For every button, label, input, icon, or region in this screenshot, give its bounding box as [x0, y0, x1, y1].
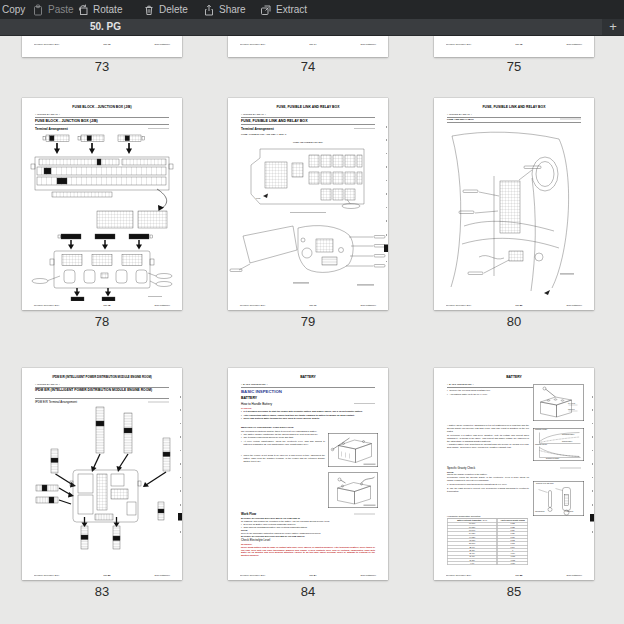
caution-list: If it becomes necessary to start the eng… — [241, 410, 375, 421]
page-footer: Revision: November 2014PG-842016 Pathfin… — [240, 574, 376, 577]
section-title: FUSE AND RELAY BOX — [447, 118, 474, 121]
page-header: FUSE, FUSIBLE LINK AND RELAY BOX — [439, 105, 589, 109]
sulfation-paragraphs: A battery will be completely discharged … — [447, 424, 529, 449]
battery-illustration — [328, 433, 378, 467]
page-header: BATTERY — [233, 375, 383, 379]
duration-label: Duration of charge — [546, 458, 559, 460]
service-bullets: Remove the cell plug using a suitable to… — [447, 389, 527, 396]
document-tab[interactable]: 50. PG — [28, 19, 183, 35]
methods-list: The battery surface (particularly its to… — [241, 433, 325, 447]
page-thumbnail-74[interactable]: Revision: November 2014PG-742016 Pathfin… — [228, 36, 388, 57]
page-thumbnail-79[interactable]: FUSE, FUSIBLE LINK AND RELAY BOX < WIRIN… — [228, 98, 388, 310]
chapter-title: BASIC INSPECTION — [241, 389, 282, 394]
page-number-label: 83 — [22, 583, 182, 601]
share-button[interactable]: Share — [203, 0, 246, 19]
diagram-caption: FUSE, FUSIBLE LINK AND RELAY BOX 1 — [241, 133, 286, 136]
diagnosis-tools: EXP-800 NI Battery and electrical diagno… — [241, 523, 375, 530]
subsection-title: Terminal Arrangement — [35, 127, 68, 131]
gravity-steps: 1. Read hydrometer and thermometer indic… — [447, 483, 529, 492]
page-footer: Revision: November 2014PG-752016 Pathfin… — [446, 43, 582, 46]
subsection-title: Terminal Arrangement — [241, 127, 274, 131]
rotate-button[interactable]: Rotate — [77, 0, 122, 19]
storage-item: When the vehicle is not going to be used… — [241, 454, 325, 463]
min-level-label: MIN level — [568, 409, 575, 411]
paste-button[interactable]: Paste — [32, 0, 74, 19]
page-number-label: 74 — [228, 58, 388, 76]
breadcrumb: < BASIC INSPECTION > — [241, 383, 268, 386]
section-title: BATTERY — [241, 396, 257, 400]
page-thumbnail-78[interactable]: FUSE BLOCK - JUNCTION BOX (J/B) < WIRING… — [22, 98, 182, 310]
trash-icon — [143, 4, 155, 16]
section-index-rail — [180, 396, 181, 544]
page-thumbnail-80[interactable]: FUSE, FUSIBLE LINK AND RELAY BOX < WIRIN… — [434, 98, 594, 310]
electrolyte-heading: Check Electrolyte Level — [241, 538, 270, 541]
rotate-icon — [77, 4, 89, 16]
gravity-heading: Specific Gravity Check — [447, 466, 475, 469]
page-number-label: 78 — [22, 313, 182, 331]
section-title: FUSE BLOCK - JUNCTION BOX (J/B) — [35, 118, 169, 123]
workflow-heading: Work Flow — [241, 512, 256, 515]
charging-voltage-label: Charging voltage — [535, 429, 547, 431]
add-tab-button[interactable]: + — [602, 19, 624, 35]
thermometer-label: Thermometer — [535, 511, 545, 513]
breadcrumb: < WIRING DIAGRAM > — [241, 113, 266, 116]
engine-bay-location-diagram — [228, 220, 388, 292]
subsection-title: How to Handle Battery — [241, 402, 272, 406]
battery-disconnect-illustration — [328, 473, 378, 509]
section-title: IPDM E/R (INTELLIGENT POWER DISTRIBUTION… — [35, 388, 169, 392]
page-footer: Revision: November 2014PG-832016 Pathfin… — [34, 574, 170, 577]
page-number-label: 73 — [22, 58, 182, 76]
breadcrumb: < WIRING DIAGRAM > — [35, 113, 60, 116]
page-footer: Revision: November 2014PG-732016 Pathfin… — [34, 43, 170, 46]
gravity-intro: Periodically check the specific gravity … — [447, 476, 529, 482]
page-thumbnail-75[interactable]: Revision: November 2014PG-752016 Pathfin… — [434, 36, 594, 57]
page-thumbnail-83[interactable]: IPDM E/R (INTELLIGENT POWER DISTRIBUTION… — [22, 368, 182, 580]
copy-button[interactable]: Copy — [0, 0, 25, 19]
page-number-label: 85 — [434, 583, 594, 601]
warning-text: Never allow battery fluid to come in con… — [241, 546, 375, 557]
extract-button[interactable]: Extract — [260, 0, 307, 19]
toolbar: Copy Paste Rotate Delete Share Extract — [0, 0, 624, 19]
table-title: Hydrometer Temperature Correction — [447, 515, 480, 518]
breadcrumb: < WIRING DIAGRAM > — [447, 113, 472, 116]
normal-battery-label: Normal battery — [562, 441, 572, 443]
table-body: 71 (160)0.03266 (150)0.02860 (140)0.0245… — [447, 522, 528, 565]
page-number-label: 80 — [434, 313, 594, 331]
section-index-rail — [592, 396, 593, 544]
section-title: FUSE, FUSIBLE LINK AND RELAY BOX — [241, 118, 375, 123]
breadcrumb: < WIRING DIAGRAM > — [35, 383, 60, 386]
delete-button[interactable]: Delete — [143, 0, 188, 19]
page-footer: Revision: November 2014PG-782016 Pathfin… — [34, 304, 170, 307]
page-thumbnail-84[interactable]: BATTERY < BASIC INSPECTION > BASIC INSPE… — [228, 368, 388, 580]
note-text: Refer to the applicable instruction manu… — [241, 532, 375, 535]
section-tab-marker — [384, 245, 388, 253]
section-tab-marker — [590, 514, 594, 522]
breadcrumb: < BASIC INSPECTION > — [447, 383, 474, 386]
sulphated-battery-label: Sulphated battery — [562, 434, 575, 436]
page-footer: Revision: November 2014PG-742016 Pathfin… — [240, 43, 376, 46]
page-header: IPDM E/R (INTELLIGENT POWER DISTRIBUTION… — [27, 375, 177, 378]
page-footer: Revision: November 2014PG-802016 Pathfin… — [446, 304, 582, 307]
battery-refill-illustration — [533, 385, 584, 422]
hydrometer-label: Hydrometer — [565, 511, 573, 513]
page-number-label: 79 — [228, 313, 388, 331]
extract-icon — [260, 4, 272, 16]
fuse-block-terminal-diagram — [22, 131, 182, 301]
page-header: FUSE, FUSIBLE LINK AND RELAY BOX — [233, 105, 383, 109]
page-number-label: 75 — [434, 58, 594, 76]
share-icon — [203, 4, 215, 16]
front-label: Front — [256, 198, 260, 200]
paste-icon — [32, 4, 44, 16]
page-header: FUSE BLOCK - JUNCTION BOX (J/B) — [27, 105, 177, 109]
hydro-top-label: Read top level with scale — [536, 483, 564, 485]
tab-bar: 50. PG + — [0, 19, 624, 36]
charging-current-label: Charging current — [535, 444, 547, 446]
ipdm-terminal-diagram — [22, 406, 182, 562]
section-tab-marker — [178, 513, 182, 521]
fusible-link-box-diagram — [228, 144, 388, 210]
page-thumbnail-73[interactable]: Revision: November 2014PG-732016 Pathfin… — [22, 36, 182, 57]
fuse-relay-box-location-diagram — [434, 126, 594, 300]
page-footer: Revision: November 2014PG-852016 Pathfin… — [446, 574, 582, 577]
page-thumbnail-85[interactable]: BATTERY < BASIC INSPECTION > Remove the … — [434, 368, 594, 580]
thumbnail-grid: Revision: November 2014PG-732016 Pathfin… — [0, 36, 624, 624]
